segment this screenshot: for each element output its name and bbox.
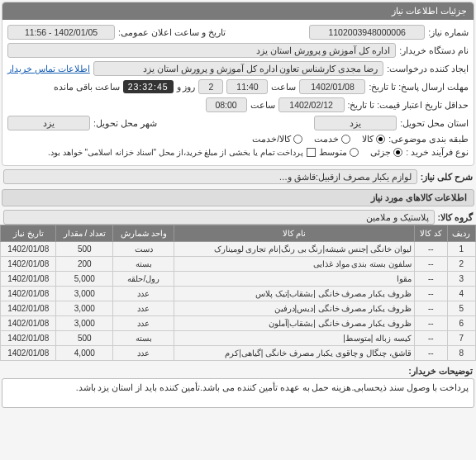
radio-small[interactable]: جزئی — [370, 147, 402, 157]
need-no-value: 1102003948000006 — [309, 25, 425, 40]
buyer-org-label: نام دستگاه خریدار: — [399, 45, 469, 55]
radio-dot-icon — [350, 148, 359, 157]
cell-row: 4 — [447, 287, 475, 301]
cell-code: -- — [414, 272, 447, 287]
table-row: 3--مقوارول/حلقه5,0001402/01/08 — [1, 272, 476, 287]
radio-both[interactable]: کالا/خدمت — [252, 134, 302, 144]
cell-code: -- — [414, 331, 447, 346]
cell-row: 7 — [447, 331, 475, 346]
cell-date: 1402/01/08 — [1, 287, 56, 301]
cell-qty: 5,000 — [56, 272, 113, 287]
price-valid-label: حداقل تاریخ اعتبار قیمت: تا تاریخ: — [348, 100, 469, 110]
cell-row: 1 — [447, 242, 475, 257]
need-no-label: شماره نیاز: — [428, 27, 469, 37]
cell-date: 1402/01/08 — [1, 272, 56, 287]
table-row: 8--قاشق، چنگال و چاقوی یکبار مصرف خانگی … — [1, 346, 476, 361]
th-unit: واحد شمارش — [113, 225, 174, 242]
th-date: تاریخ نیاز — [1, 225, 56, 242]
cell-date: 1402/01/08 — [1, 257, 56, 272]
items-table: ردیف کد کالا نام کالا واحد شمارش تعداد /… — [0, 225, 476, 361]
cell-qty: 200 — [56, 257, 113, 272]
cell-row: 5 — [447, 301, 475, 316]
process-radio-group: جزئی متوسط — [319, 147, 402, 157]
process-note: پرداخت تمام یا بخشی از مبلغ خرید،از محل … — [48, 148, 303, 157]
buyer-org-value: اداره کل آموزش و پرورش استان یزد — [7, 43, 396, 58]
cell-name: کیسه زباله |متوسط| — [174, 331, 415, 346]
cell-unit: عدد — [113, 301, 174, 316]
cell-row: 6 — [447, 316, 475, 331]
cell-unit: دست — [113, 242, 174, 257]
cell-unit: رول/حلقه — [113, 272, 174, 287]
radio-dot-icon — [293, 135, 302, 144]
cell-name: ظروف یکبار مصرف خانگی |بشقاب|تیک پلاس — [174, 287, 415, 301]
deadline-label: مهلت ارسال پاسخ: تا تاریخ: — [369, 82, 469, 92]
cell-qty: 4,000 — [56, 346, 113, 361]
remaining-label: ساعت باقی مانده — [54, 82, 120, 92]
th-qty: تعداد / مقدار — [56, 225, 113, 242]
table-row: 7--کیسه زباله |متوسط|بسته5001402/01/08 — [1, 331, 476, 346]
delivery-city: یزد — [7, 116, 90, 130]
buyer-contact-link[interactable]: اطلاعات تماس خریدار — [7, 64, 90, 74]
cell-code: -- — [414, 346, 447, 361]
cell-name: لیوان خانگی |جنس شیشه|رنگ بی رنگ|نام تجا… — [174, 242, 415, 257]
subject-class-label: طبقه بندی موضوعی: — [388, 134, 469, 144]
radio-kala[interactable]: کالا — [362, 134, 385, 144]
checkbox-icon — [307, 148, 316, 157]
announce-label: تاریخ و ساعت اعلان عمومی: — [118, 27, 226, 37]
delivery-prov: یزد — [314, 116, 397, 130]
panel-body: شماره نیاز: 1102003948000006 تاریخ و ساع… — [2, 20, 474, 165]
group-label: گروه کالا: — [438, 212, 473, 222]
need-title: لوازم یکبار مصرف ازقبیل:قاشق و… — [3, 169, 417, 184]
cell-qty: 500 — [56, 242, 113, 257]
days-value: 2 — [198, 79, 223, 94]
cell-name: مقوا — [174, 272, 415, 287]
cell-row: 3 — [447, 272, 475, 287]
cell-unit: بسته — [113, 331, 174, 346]
process-note-check[interactable] — [307, 148, 316, 157]
details-panel: جزئیات اطلاعات نیاز شماره نیاز: 11020039… — [2, 2, 474, 166]
cell-name: ظروف یکبار مصرف خانگی |بشقاب|آملون — [174, 316, 415, 331]
cell-date: 1402/01/08 — [1, 331, 56, 346]
radio-dot-icon — [341, 135, 350, 144]
cell-date: 1402/01/08 — [1, 301, 56, 316]
cell-code: -- — [414, 257, 447, 272]
cell-code: -- — [414, 287, 447, 301]
cell-qty: 3,000 — [56, 316, 113, 331]
table-row: 4--ظروف یکبار مصرف خانگی |بشقاب|تیک پلاس… — [1, 287, 476, 301]
price-valid-time: 08:00 — [206, 97, 247, 112]
radio-dot-icon — [376, 135, 385, 144]
cell-code: -- — [414, 242, 447, 257]
cell-row: 8 — [447, 346, 475, 361]
cell-unit: عدد — [113, 346, 174, 361]
deadline-date: 1402/01/08 — [299, 79, 365, 94]
subject-radio-group: کالا خدمت کالا/خدمت — [252, 134, 385, 144]
delivery-prov-label: استان محل تحویل: — [400, 118, 469, 128]
announce-value: 1402/01/05 - 11:56 — [7, 25, 115, 40]
cell-name: ظروف یکبار مصرف خانگی |دیس|درفین — [174, 301, 415, 316]
buyer-desc-label: توضیحات خریدار: — [3, 366, 473, 377]
cell-unit: بسته — [113, 257, 174, 272]
radio-dot-icon — [393, 148, 402, 157]
table-row: 6--ظروف یکبار مصرف خانگی |بشقاب|آملونعدد… — [1, 316, 476, 331]
cell-date: 1402/01/08 — [1, 316, 56, 331]
process-label: نوع فرآیند خرید : — [406, 147, 469, 157]
cell-unit: عدد — [113, 316, 174, 331]
radio-khadamat[interactable]: خدمت — [314, 134, 350, 144]
cell-date: 1402/01/08 — [1, 242, 56, 257]
group-value: پلاستیک و ملامین — [3, 210, 435, 225]
requester-label: ایجاد کننده درخواست: — [387, 64, 469, 74]
delivery-city-label: شهر محل تحویل: — [93, 118, 157, 128]
cell-qty: 500 — [56, 331, 113, 346]
cell-qty: 3,000 — [56, 287, 113, 301]
price-valid-time-label: ساعت — [250, 100, 275, 110]
table-row: 2--سلفون بسته بندی مواد غذاییبسته2001402… — [1, 257, 476, 272]
cell-name: قاشق، چنگال و چاقوی یکبار مصرف خانگی |گی… — [174, 346, 415, 361]
radio-medium[interactable]: متوسط — [319, 147, 359, 157]
price-valid-date: 1402/02/12 — [278, 97, 345, 112]
th-row: ردیف — [447, 225, 475, 242]
items-info-bar: اطلاعات کالاهای مورد نیاز — [2, 189, 474, 206]
cell-name: سلفون بسته بندی مواد غذایی — [174, 257, 415, 272]
countdown: 23:32:45 — [123, 80, 174, 93]
table-row: 5--ظروف یکبار مصرف خانگی |دیس|درفینعدد3,… — [1, 301, 476, 316]
day-label: روز و — [177, 82, 196, 92]
